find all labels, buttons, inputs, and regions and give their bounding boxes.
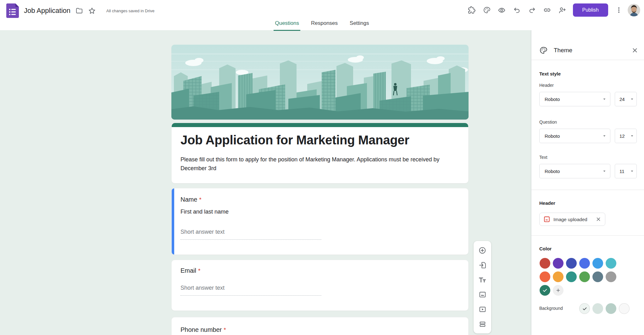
undo-icon[interactable] bbox=[511, 4, 523, 16]
chevron-down-icon bbox=[630, 134, 634, 138]
form-header-image bbox=[171, 45, 469, 120]
check-icon bbox=[582, 306, 587, 311]
text-size-select[interactable]: 11 bbox=[615, 164, 637, 178]
text-font-label: Text bbox=[539, 155, 547, 160]
plus-icon bbox=[556, 288, 561, 293]
question-size-select[interactable]: 12 bbox=[615, 129, 637, 143]
divider bbox=[531, 60, 644, 60]
background-swatch[interactable] bbox=[592, 303, 603, 314]
theme-palette-icon[interactable] bbox=[480, 4, 493, 16]
cityscape-illustration bbox=[171, 45, 469, 120]
question-card-phone[interactable]: Phone number* bbox=[171, 317, 469, 335]
check-icon bbox=[542, 288, 548, 293]
color-swatch[interactable] bbox=[606, 271, 616, 282]
save-status: All changes saved in Drive bbox=[106, 8, 154, 13]
add-title-text-icon[interactable] bbox=[475, 272, 489, 287]
import-questions-icon[interactable] bbox=[475, 258, 489, 272]
color-swatch[interactable] bbox=[540, 258, 550, 269]
add-section-icon[interactable] bbox=[475, 317, 489, 332]
color-swatch[interactable] bbox=[553, 271, 564, 282]
question-toolbar bbox=[474, 241, 491, 333]
background-swatch[interactable] bbox=[619, 303, 630, 314]
color-swatch[interactable] bbox=[592, 271, 603, 282]
question-card-name[interactable]: Name* First and last name Short answer t… bbox=[171, 188, 469, 255]
question-label[interactable]: Email* bbox=[180, 267, 200, 274]
background-label: Background bbox=[539, 306, 563, 311]
tab-bar: Questions Responses Settings bbox=[0, 18, 644, 31]
publish-button[interactable]: Publish bbox=[573, 3, 608, 17]
background-swatch-selected[interactable] bbox=[579, 303, 590, 314]
color-section-heading: Color bbox=[539, 246, 552, 251]
add-collaborators-icon[interactable] bbox=[556, 4, 569, 16]
form-title-card[interactable]: Job Application for Marketing Manager Pl… bbox=[171, 123, 469, 183]
form-description[interactable]: Please fill out this form to apply for t… bbox=[180, 155, 457, 173]
header-font-label: Header bbox=[539, 83, 554, 88]
question-label[interactable]: Name* bbox=[180, 196, 202, 203]
question-description[interactable]: First and last name bbox=[180, 209, 229, 215]
preview-eye-icon[interactable] bbox=[496, 4, 508, 16]
required-asterisk: * bbox=[198, 267, 200, 274]
color-swatch[interactable] bbox=[592, 258, 603, 269]
top-bar: Job Application All changes saved in Dri… bbox=[0, 0, 644, 30]
background-swatch[interactable] bbox=[606, 303, 616, 314]
question-card-email[interactable]: Email* Short answer text bbox=[171, 260, 469, 311]
color-swatch[interactable] bbox=[553, 258, 564, 269]
add-video-icon[interactable] bbox=[475, 302, 489, 317]
theme-panel: Theme Text style Header Roboto 24 Questi… bbox=[531, 30, 644, 335]
add-question-icon[interactable] bbox=[475, 243, 489, 258]
color-swatch[interactable] bbox=[566, 258, 577, 269]
color-swatch-row-1 bbox=[540, 258, 616, 269]
chevron-down-icon bbox=[602, 134, 606, 138]
account-avatar[interactable] bbox=[628, 4, 640, 16]
required-asterisk: * bbox=[224, 327, 226, 333]
tab-settings[interactable]: Settings bbox=[348, 18, 370, 31]
addons-puzzle-icon[interactable] bbox=[465, 4, 478, 16]
add-custom-color-button[interactable] bbox=[553, 285, 564, 296]
header-image-chip[interactable]: Image uploaded bbox=[539, 213, 605, 226]
color-swatch-row-3 bbox=[540, 285, 564, 296]
chevron-down-icon bbox=[602, 169, 606, 173]
redo-icon[interactable] bbox=[526, 4, 538, 16]
image-icon bbox=[543, 216, 550, 223]
tab-responses[interactable]: Responses bbox=[310, 18, 339, 31]
header-size-select[interactable]: 24 bbox=[615, 92, 637, 106]
divider bbox=[531, 190, 644, 190]
folder-icon[interactable] bbox=[73, 4, 86, 17]
color-swatch[interactable] bbox=[606, 258, 616, 269]
background-swatch-row bbox=[579, 303, 630, 314]
star-icon[interactable] bbox=[86, 4, 98, 17]
chevron-down-icon bbox=[602, 97, 606, 101]
form-edit-canvas: Job Application for Marketing Manager Pl… bbox=[0, 30, 531, 335]
color-swatch[interactable] bbox=[579, 258, 590, 269]
text-font-select[interactable]: Roboto bbox=[539, 164, 610, 178]
answer-underline bbox=[180, 239, 321, 240]
theme-accent-bar bbox=[172, 123, 468, 127]
question-font-label: Question bbox=[539, 120, 557, 125]
more-options-icon[interactable] bbox=[613, 4, 625, 16]
remove-image-icon[interactable] bbox=[596, 216, 601, 222]
color-swatch[interactable] bbox=[540, 271, 550, 282]
short-answer-placeholder: Short answer text bbox=[180, 229, 225, 235]
header-section-heading: Header bbox=[539, 200, 555, 206]
palette-icon bbox=[539, 46, 547, 54]
answer-underline bbox=[180, 295, 321, 296]
add-image-icon[interactable] bbox=[475, 287, 489, 302]
forms-logo-icon[interactable] bbox=[6, 3, 19, 18]
color-swatch[interactable] bbox=[566, 271, 577, 282]
question-label[interactable]: Phone number* bbox=[180, 326, 226, 333]
color-swatch[interactable] bbox=[579, 271, 590, 282]
selected-question-indicator bbox=[172, 188, 174, 254]
divider bbox=[531, 235, 644, 236]
question-font-select[interactable]: Roboto bbox=[539, 129, 610, 143]
close-icon[interactable] bbox=[631, 47, 638, 54]
header-font-select[interactable]: Roboto bbox=[539, 92, 610, 106]
document-title[interactable]: Job Application bbox=[24, 7, 70, 15]
chip-label: Image uploaded bbox=[553, 217, 592, 222]
link-icon[interactable] bbox=[541, 4, 553, 16]
tab-questions[interactable]: Questions bbox=[274, 18, 300, 31]
text-style-heading: Text style bbox=[539, 71, 561, 76]
color-swatch-selected[interactable] bbox=[540, 285, 550, 296]
chevron-down-icon bbox=[630, 169, 634, 173]
short-answer-placeholder: Short answer text bbox=[180, 285, 225, 291]
form-title[interactable]: Job Application for Marketing Manager bbox=[180, 133, 409, 147]
